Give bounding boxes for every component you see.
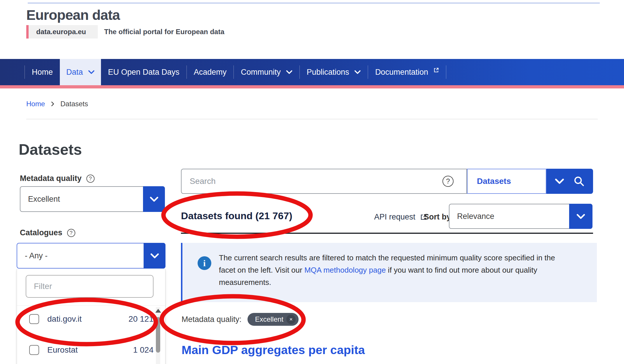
chevron-down-icon [286, 70, 292, 74]
sort-select[interactable]: Relevance [449, 204, 592, 229]
chevron-down-icon [354, 70, 361, 74]
breadcrumb-divider [26, 119, 598, 119]
metadata-quality-select[interactable]: Excellent [20, 186, 165, 212]
nav-item-home[interactable]: Home [25, 59, 60, 85]
search-button[interactable] [546, 169, 593, 194]
nav-item-eu-open-data-days[interactable]: EU Open Data Days [101, 59, 186, 85]
top-accent-line [28, 2, 600, 4]
page-title: Datasets [19, 141, 82, 158]
catalogues-dropdown-panel: dati.gov.it 20 121 Eurostat 1 024 [17, 269, 165, 364]
api-request-link[interactable]: API request [374, 213, 427, 222]
nav-item-community[interactable]: Community [234, 59, 299, 85]
help-icon[interactable]: ? [67, 229, 75, 237]
facet-label-text: Catalogues [20, 228, 62, 237]
notice-line: facet on the left. Visit our MQA methodo… [219, 266, 537, 274]
active-filter-chip: Excellent × [247, 313, 299, 326]
quality-filter-notice: i The current search results are filtere… [181, 243, 597, 302]
notice-line: The current search results are filtered … [219, 253, 555, 262]
checkbox[interactable] [29, 314, 39, 324]
nav-item-label: Academy [194, 68, 227, 77]
nav-item-label: Community [241, 68, 281, 77]
notice-text-segment: if you want to find out more about our q… [386, 266, 537, 274]
scrollbar-up-arrow[interactable] [155, 309, 161, 313]
search-scope-value: Datasets [477, 177, 511, 186]
external-link-icon [433, 67, 439, 73]
chevron-down-icon [576, 214, 585, 219]
chevron-down-icon [150, 196, 158, 202]
catalogues-label: Catalogues ? [20, 228, 75, 237]
search-scope-select[interactable]: Datasets [467, 169, 546, 194]
results-divider [181, 233, 593, 234]
catalogue-filter-input[interactable] [26, 275, 154, 298]
remove-filter-button[interactable]: × [286, 315, 296, 324]
chevron-down-icon [88, 70, 95, 74]
checkbox[interactable] [29, 345, 39, 355]
catalogue-count: 1 024 [133, 345, 154, 355]
catalogue-option-eurostat[interactable]: Eurostat 1 024 [17, 342, 154, 358]
nav-item-label: Publications [307, 68, 349, 77]
scrollbar-thumb[interactable] [156, 317, 160, 353]
help-icon[interactable]: ? [86, 175, 95, 183]
api-request-label: API request [374, 213, 415, 222]
nav-item-data[interactable]: Data [60, 59, 101, 85]
site-title: European data [26, 7, 120, 23]
active-filter-row: Metadata quality: Excellent × [182, 313, 299, 326]
catalogues-select[interactable]: - Any - [17, 243, 165, 269]
metadata-quality-label: Metadata quality ? [20, 174, 95, 183]
nav-separator [446, 65, 446, 79]
catalogue-count: 20 121 [128, 314, 154, 324]
nav-item-label: Data [66, 68, 83, 77]
active-filter-value: Excellent [255, 315, 283, 323]
breadcrumb-current: Datasets [60, 100, 88, 108]
nav-accent-bar [0, 85, 624, 88]
facet-label-text: Metadata quality [20, 174, 82, 183]
breadcrumb-home-link[interactable]: Home [26, 100, 45, 108]
info-icon: i [198, 256, 211, 270]
results-count-heading: Datasets found (21 767) [181, 210, 292, 222]
notice-text: The current search results are filtered … [219, 252, 598, 288]
breadcrumb: Home Datasets [26, 100, 88, 108]
metadata-quality-value: Excellent [28, 187, 60, 211]
list-divider [17, 305, 165, 306]
mqa-methodology-link[interactable]: MQA methodology page [304, 266, 386, 274]
main-nav: Home Data EU Open Data Days Academy Comm… [0, 59, 624, 85]
chevron-right-icon [51, 101, 55, 107]
brand-row: data.europa.eu The official portal for E… [26, 25, 224, 39]
catalogue-name: dati.gov.it [47, 314, 82, 324]
metadata-quality-dropdown-button[interactable] [143, 186, 165, 212]
sort-value: Relevance [457, 204, 494, 228]
catalogues-value: - Any - [25, 243, 48, 268]
sort-dropdown-button[interactable] [569, 204, 592, 229]
notice-line: measurements. [219, 278, 271, 287]
brand-accent-bar [26, 25, 29, 39]
chevron-down-icon [555, 178, 564, 184]
catalogue-option-dati-gov-it[interactable]: dati.gov.it 20 121 [17, 311, 154, 328]
search-input[interactable] [181, 169, 467, 194]
nav-item-documentation[interactable]: Documentation [368, 59, 446, 85]
nav-item-academy[interactable]: Academy [187, 59, 234, 85]
brand-domain: data.europa.eu [29, 25, 98, 39]
catalogues-dropdown-button[interactable] [144, 243, 165, 269]
active-filter-label: Metadata quality: [182, 315, 242, 324]
chevron-down-icon [150, 253, 159, 259]
nav-item-publications[interactable]: Publications [300, 59, 368, 85]
notice-text-segment: facet on the left. Visit our [219, 266, 304, 274]
nav-item-label: Documentation [375, 68, 428, 77]
catalogue-name: Eurostat [47, 345, 78, 355]
site-tagline: The official portal for European data [104, 25, 224, 39]
search-help-icon[interactable]: ? [442, 176, 454, 187]
dataset-result-title-link[interactable]: Main GDP aggregates per capita [182, 343, 365, 357]
nav-item-label: EU Open Data Days [108, 68, 179, 77]
search-icon [574, 176, 585, 187]
nav-item-label: Home [32, 68, 53, 77]
page: European data data.europa.eu The officia… [0, 0, 624, 364]
